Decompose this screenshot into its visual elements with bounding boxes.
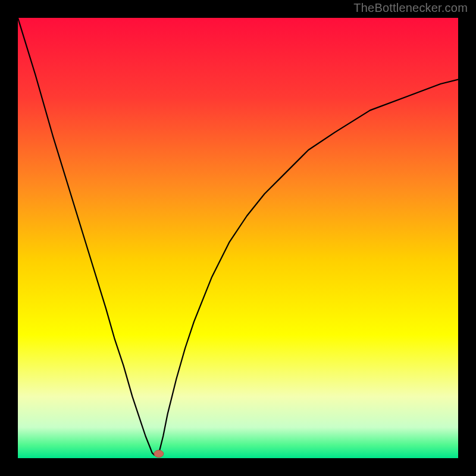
plot-area bbox=[18, 18, 458, 458]
chart-svg bbox=[18, 18, 458, 458]
optimal-point-marker bbox=[154, 450, 164, 458]
watermark-text: TheBottlenecker.com bbox=[353, 1, 468, 15]
chart-frame: TheBottlenecker.com bbox=[0, 0, 476, 476]
